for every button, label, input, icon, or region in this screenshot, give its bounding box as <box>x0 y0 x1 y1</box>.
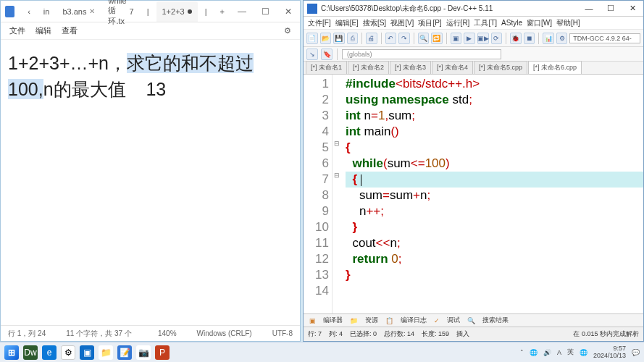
notepad-tab-active[interactable]: 1+2+3 <box>156 1 198 22</box>
status-lineend[interactable]: Windows (CRLF) <box>197 329 252 337</box>
redo-icon[interactable]: ↷ <box>398 33 410 44</box>
menu-file[interactable]: 文件 <box>9 25 25 36</box>
line-number: 1 <box>304 76 329 92</box>
editor-tab-6[interactable]: [*] 未命名6.cpp <box>528 61 582 74</box>
tab-label: 1+2+3 <box>162 7 185 16</box>
replace-icon[interactable]: 🔁 <box>431 33 443 44</box>
rebuild-icon[interactable]: ⟳ <box>491 33 503 44</box>
windows-taskbar: ⊞ Dw e ⚙ ▣ 📁 📝 📷 P ˄ 🌐 🔊 A 英 🌐 9:57 2024… <box>0 342 644 362</box>
taskbar-app-icon[interactable]: 📷 <box>136 345 151 360</box>
debug-icon[interactable]: 🐞 <box>510 33 522 44</box>
editor-tab-5[interactable]: [*] 未命名5.cpp <box>474 61 527 74</box>
options-icon[interactable]: ⚙ <box>556 33 568 44</box>
gear-icon[interactable]: ⚙ <box>284 26 291 35</box>
taskbar-app-icon[interactable]: ⚙ <box>61 345 75 360</box>
notepad-tab-in[interactable]: in <box>38 1 56 22</box>
taskbar-app-devcpp[interactable]: ▣ <box>80 345 94 360</box>
menu-edit[interactable]: 编辑 <box>35 25 51 36</box>
notepad-tab-while[interactable]: while循环.tx 7 <box>102 1 139 22</box>
menu-view[interactable]: 视图[V] <box>389 18 415 28</box>
code-line-1: #include<bits/stdc++.h> <box>346 76 643 92</box>
menu-help[interactable]: 帮助[H] <box>555 18 582 28</box>
tray-date: 2024/10/13 <box>593 353 626 360</box>
menu-file[interactable]: 文件[F] <box>306 18 333 28</box>
tray-notifications-icon[interactable]: 💬 <box>632 349 640 356</box>
taskbar-app-notepad[interactable]: 📝 <box>117 345 132 360</box>
text: 13 <box>146 79 166 99</box>
tab-label: b3.ans <box>62 7 86 16</box>
compile-run-icon[interactable]: ▣▶ <box>477 33 489 44</box>
globals-selector[interactable]: (globals) <box>342 49 501 59</box>
tab-compiler[interactable]: 编译器 <box>320 315 346 326</box>
minimize-button[interactable]: — <box>578 1 600 17</box>
notepad-nav-back[interactable]: ‹ <box>22 1 36 22</box>
tab-compile-log[interactable]: 编译日志 <box>398 315 430 326</box>
fold-icon[interactable]: ⊟ <box>333 172 341 188</box>
tray-network-icon[interactable]: 🌐 <box>530 349 538 356</box>
open-file-icon[interactable]: 📂 <box>320 33 332 44</box>
menu-edit[interactable]: 编辑[E] <box>334 18 360 28</box>
start-button[interactable]: ⊞ <box>4 345 19 360</box>
tray-volume-icon[interactable]: 🔊 <box>543 349 551 356</box>
tray-clock[interactable]: 9:57 2024/10/13 <box>593 345 626 360</box>
selected-text: 100, <box>8 79 43 99</box>
save-icon[interactable]: 💾 <box>333 33 345 44</box>
devcpp-menubar: 文件[F] 编辑[E] 搜索[S] 视图[V] 项目[P] 运行[R] 工具[T… <box>304 17 643 30</box>
save-all-icon[interactable]: ⎙ <box>347 33 359 44</box>
editor-tab-2[interactable]: [*] 未命名2 <box>348 61 389 74</box>
menu-tools[interactable]: 工具[T] <box>472 18 498 28</box>
tray-ime-icon[interactable]: 🌐 <box>580 349 587 356</box>
run-icon[interactable]: ▶ <box>464 33 475 44</box>
find-icon[interactable]: 🔍 <box>418 33 430 44</box>
close-button[interactable]: ✕ <box>277 1 300 22</box>
line-number: 4 <box>304 124 329 140</box>
status-encoding[interactable]: UTF-8 <box>272 329 293 337</box>
editor-tab-4[interactable]: [*] 未命名4 <box>432 61 473 74</box>
menu-window[interactable]: 窗口[W] <box>525 18 553 28</box>
taskbar-app-explorer[interactable]: 📁 <box>99 345 113 360</box>
menu-view[interactable]: 查看 <box>62 25 78 36</box>
taskbar-app-dreamweaver[interactable]: Dw <box>23 345 38 360</box>
close-button[interactable]: ✕ <box>622 1 643 17</box>
taskbar-app-edge[interactable]: e <box>42 345 57 360</box>
stop-icon[interactable]: ⏹ <box>524 33 535 44</box>
tab-search-results[interactable]: 搜索结果 <box>480 315 511 326</box>
line-number: 9 <box>304 203 329 219</box>
notepad-new-tab-button[interactable]: + <box>214 1 230 22</box>
notepad-editor[interactable]: 1+2+3+…+n，求它的和不超过 100,n的最大值 13 <box>1 40 300 325</box>
undo-icon[interactable]: ↶ <box>385 33 397 44</box>
status-zoom[interactable]: 140% <box>158 329 177 337</box>
print-icon[interactable]: 🖨 <box>366 33 377 44</box>
taskbar-app-powerpoint[interactable]: P <box>155 345 170 360</box>
line-number-gutter: 1 2 3 4 5 6 7 8 9 10 11 12 13 14 <box>304 75 333 313</box>
menu-astyle[interactable]: AStyle <box>500 19 524 27</box>
devcpp-app-icon <box>307 4 317 14</box>
menu-run[interactable]: 运行[R] <box>445 18 472 28</box>
editor-tab-3[interactable]: [*] 未命名3 <box>390 61 431 74</box>
fold-icon[interactable]: ⊟ <box>333 140 341 156</box>
editor-tab-1[interactable]: [*] 未命名1 <box>306 61 347 74</box>
tab-resource[interactable]: 资源 <box>362 315 381 326</box>
notepad-tab-b3ans[interactable]: b3.ans✕ <box>57 1 101 22</box>
maximize-button[interactable]: ☐ <box>254 1 277 22</box>
tray-overflow-icon[interactable]: ˄ <box>520 349 524 356</box>
bookmark-icon[interactable]: 🔖 <box>321 49 333 60</box>
code-area[interactable]: #include<bits/stdc++.h> using namespace … <box>341 75 643 313</box>
tab-label: in <box>43 7 50 16</box>
compile-icon[interactable]: ▣ <box>451 33 462 44</box>
compiler-selector[interactable]: TDM-GCC 4.9.2 64- <box>569 33 640 43</box>
tray-ime-mode[interactable]: A <box>557 349 561 356</box>
tray-ime-lang[interactable]: 英 <box>567 348 574 357</box>
devcpp-editor[interactable]: 1 2 3 4 5 6 7 8 9 10 11 12 13 14 ⊟ ⊟ #in… <box>304 75 643 313</box>
close-icon[interactable]: ✕ <box>89 7 95 15</box>
menu-search[interactable]: 搜索[S] <box>361 18 388 28</box>
profile-icon[interactable]: 📊 <box>543 33 554 44</box>
menu-project[interactable]: 项目[P] <box>417 18 443 28</box>
minimize-button[interactable]: — <box>230 1 254 22</box>
goto-icon[interactable]: ↘ <box>306 49 318 60</box>
maximize-button[interactable]: ☐ <box>600 1 622 17</box>
new-file-icon[interactable]: 📄 <box>306 33 318 44</box>
tab-debug[interactable]: 调试 <box>444 315 463 326</box>
text-caret <box>361 174 361 186</box>
devcpp-statusbar: 行: 7 列: 4 已选择: 0 总行数: 14 长度: 159 插入 在 0.… <box>304 327 643 341</box>
